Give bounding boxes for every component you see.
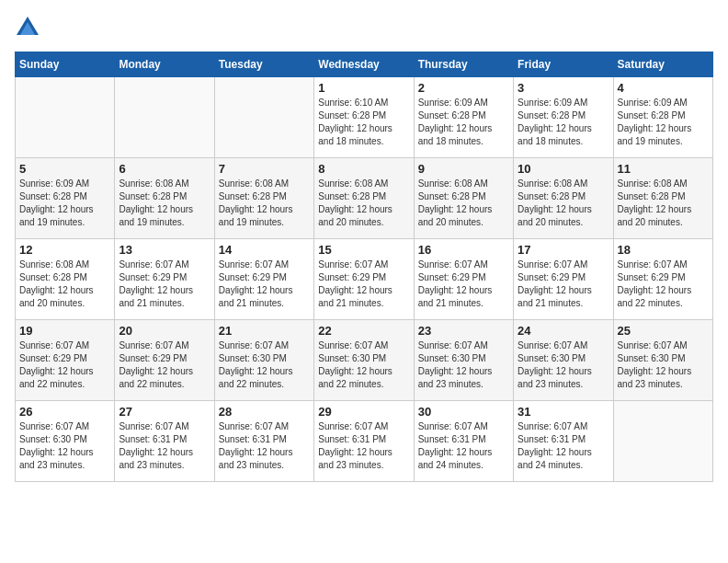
day-number: 14: [219, 243, 310, 257]
day-number: 23: [418, 324, 509, 338]
day-number: 17: [518, 243, 609, 257]
calendar-cell: 24Sunrise: 6:07 AM Sunset: 6:30 PM Dayli…: [514, 320, 613, 401]
calendar-cell: 28Sunrise: 6:07 AM Sunset: 6:31 PM Dayli…: [214, 401, 313, 482]
logo-icon: [15, 15, 40, 40]
calendar-cell: 9Sunrise: 6:08 AM Sunset: 6:28 PM Daylig…: [414, 158, 513, 239]
header-row: SundayMondayTuesdayWednesdayThursdayFrid…: [16, 52, 713, 77]
day-number: 4: [618, 81, 709, 95]
day-number: 12: [19, 243, 110, 257]
calendar-cell: 21Sunrise: 6:07 AM Sunset: 6:30 PM Dayli…: [214, 320, 313, 401]
cell-info: Sunrise: 6:08 AM Sunset: 6:28 PM Dayligh…: [219, 178, 310, 229]
day-number: 8: [318, 162, 409, 176]
day-number: 20: [119, 324, 210, 338]
calendar-cell: 25Sunrise: 6:07 AM Sunset: 6:30 PM Dayli…: [613, 320, 712, 401]
week-row-3: 12Sunrise: 6:08 AM Sunset: 6:28 PM Dayli…: [16, 239, 713, 320]
day-number: 13: [119, 243, 210, 257]
cell-info: Sunrise: 6:08 AM Sunset: 6:28 PM Dayligh…: [318, 178, 409, 229]
cell-info: Sunrise: 6:07 AM Sunset: 6:29 PM Dayligh…: [119, 339, 210, 391]
cell-info: Sunrise: 6:07 AM Sunset: 6:29 PM Dayligh…: [618, 259, 709, 310]
cell-info: Sunrise: 6:08 AM Sunset: 6:28 PM Dayligh…: [418, 178, 509, 229]
calendar-cell: 13Sunrise: 6:07 AM Sunset: 6:29 PM Dayli…: [115, 239, 214, 320]
header-day-wednesday: Wednesday: [314, 52, 414, 77]
calendar-cell: 4Sunrise: 6:09 AM Sunset: 6:28 PM Daylig…: [613, 77, 712, 158]
day-number: 7: [219, 162, 310, 176]
cell-info: Sunrise: 6:08 AM Sunset: 6:28 PM Dayligh…: [119, 178, 210, 229]
day-number: 30: [418, 405, 509, 419]
day-number: 19: [19, 324, 110, 338]
calendar-cell: 17Sunrise: 6:07 AM Sunset: 6:29 PM Dayli…: [514, 239, 613, 320]
page-header: [15, 15, 713, 40]
cell-info: Sunrise: 6:07 AM Sunset: 6:29 PM Dayligh…: [318, 259, 409, 310]
calendar-cell: 14Sunrise: 6:07 AM Sunset: 6:29 PM Dayli…: [214, 239, 313, 320]
cell-info: Sunrise: 6:07 AM Sunset: 6:30 PM Dayligh…: [518, 339, 609, 391]
calendar-cell: 27Sunrise: 6:07 AM Sunset: 6:31 PM Dayli…: [115, 401, 214, 482]
logo: [15, 15, 42, 40]
day-number: 16: [418, 243, 509, 257]
cell-info: Sunrise: 6:07 AM Sunset: 6:30 PM Dayligh…: [219, 339, 310, 391]
cell-info: Sunrise: 6:07 AM Sunset: 6:29 PM Dayligh…: [518, 259, 609, 310]
cell-info: Sunrise: 6:07 AM Sunset: 6:31 PM Dayligh…: [318, 420, 409, 472]
cell-info: Sunrise: 6:07 AM Sunset: 6:29 PM Dayligh…: [119, 259, 210, 310]
header-day-thursday: Thursday: [414, 52, 513, 77]
calendar-cell: 7Sunrise: 6:08 AM Sunset: 6:28 PM Daylig…: [214, 158, 313, 239]
cell-info: Sunrise: 6:09 AM Sunset: 6:28 PM Dayligh…: [618, 97, 709, 148]
cell-info: Sunrise: 6:07 AM Sunset: 6:29 PM Dayligh…: [19, 339, 110, 391]
cell-info: Sunrise: 6:07 AM Sunset: 6:29 PM Dayligh…: [219, 259, 310, 310]
day-number: 18: [618, 243, 709, 257]
cell-info: Sunrise: 6:07 AM Sunset: 6:31 PM Dayligh…: [219, 420, 310, 472]
cell-info: Sunrise: 6:08 AM Sunset: 6:28 PM Dayligh…: [618, 178, 709, 229]
calendar-cell: 23Sunrise: 6:07 AM Sunset: 6:30 PM Dayli…: [414, 320, 513, 401]
cell-info: Sunrise: 6:09 AM Sunset: 6:28 PM Dayligh…: [19, 178, 110, 229]
calendar-cell: 19Sunrise: 6:07 AM Sunset: 6:29 PM Dayli…: [16, 320, 115, 401]
calendar-cell: 29Sunrise: 6:07 AM Sunset: 6:31 PM Dayli…: [314, 401, 414, 482]
calendar-cell: 5Sunrise: 6:09 AM Sunset: 6:28 PM Daylig…: [16, 158, 115, 239]
calendar-cell: [115, 77, 214, 158]
header-day-tuesday: Tuesday: [214, 52, 313, 77]
calendar-table: SundayMondayTuesdayWednesdayThursdayFrid…: [15, 52, 713, 482]
day-number: 21: [219, 324, 310, 338]
day-number: 1: [318, 81, 409, 95]
day-number: 25: [618, 324, 709, 338]
calendar-cell: 6Sunrise: 6:08 AM Sunset: 6:28 PM Daylig…: [115, 158, 214, 239]
calendar-cell: 2Sunrise: 6:09 AM Sunset: 6:28 PM Daylig…: [414, 77, 513, 158]
calendar-cell: 3Sunrise: 6:09 AM Sunset: 6:28 PM Daylig…: [514, 77, 613, 158]
day-number: 26: [19, 405, 110, 419]
day-number: 9: [418, 162, 509, 176]
day-number: 5: [19, 162, 110, 176]
calendar-cell: 30Sunrise: 6:07 AM Sunset: 6:31 PM Dayli…: [414, 401, 513, 482]
calendar-cell: 20Sunrise: 6:07 AM Sunset: 6:29 PM Dayli…: [115, 320, 214, 401]
cell-info: Sunrise: 6:07 AM Sunset: 6:30 PM Dayligh…: [318, 339, 409, 391]
calendar-cell: 15Sunrise: 6:07 AM Sunset: 6:29 PM Dayli…: [314, 239, 414, 320]
cell-info: Sunrise: 6:07 AM Sunset: 6:30 PM Dayligh…: [418, 339, 509, 391]
week-row-5: 26Sunrise: 6:07 AM Sunset: 6:30 PM Dayli…: [16, 401, 713, 482]
day-number: 6: [119, 162, 210, 176]
calendar-cell: 1Sunrise: 6:10 AM Sunset: 6:28 PM Daylig…: [314, 77, 414, 158]
calendar-cell: 8Sunrise: 6:08 AM Sunset: 6:28 PM Daylig…: [314, 158, 414, 239]
cell-info: Sunrise: 6:09 AM Sunset: 6:28 PM Dayligh…: [518, 97, 609, 148]
cell-info: Sunrise: 6:07 AM Sunset: 6:30 PM Dayligh…: [19, 420, 110, 472]
calendar-cell: 12Sunrise: 6:08 AM Sunset: 6:28 PM Dayli…: [16, 239, 115, 320]
day-number: 2: [418, 81, 509, 95]
calendar-cell: 31Sunrise: 6:07 AM Sunset: 6:31 PM Dayli…: [514, 401, 613, 482]
week-row-4: 19Sunrise: 6:07 AM Sunset: 6:29 PM Dayli…: [16, 320, 713, 401]
cell-info: Sunrise: 6:07 AM Sunset: 6:31 PM Dayligh…: [119, 420, 210, 472]
cell-info: Sunrise: 6:09 AM Sunset: 6:28 PM Dayligh…: [418, 97, 509, 148]
day-number: 29: [318, 405, 409, 419]
calendar-cell: [613, 401, 712, 482]
cell-info: Sunrise: 6:07 AM Sunset: 6:29 PM Dayligh…: [418, 259, 509, 310]
day-number: 22: [318, 324, 409, 338]
cell-info: Sunrise: 6:07 AM Sunset: 6:31 PM Dayligh…: [418, 420, 509, 472]
header-day-friday: Friday: [514, 52, 613, 77]
day-number: 31: [518, 405, 609, 419]
day-number: 15: [318, 243, 409, 257]
header-day-sunday: Sunday: [16, 52, 115, 77]
calendar-cell: 11Sunrise: 6:08 AM Sunset: 6:28 PM Dayli…: [613, 158, 712, 239]
day-number: 28: [219, 405, 310, 419]
day-number: 27: [119, 405, 210, 419]
calendar-cell: [214, 77, 313, 158]
calendar-cell: 26Sunrise: 6:07 AM Sunset: 6:30 PM Dayli…: [16, 401, 115, 482]
cell-info: Sunrise: 6:07 AM Sunset: 6:31 PM Dayligh…: [518, 420, 609, 472]
week-row-1: 1Sunrise: 6:10 AM Sunset: 6:28 PM Daylig…: [16, 77, 713, 158]
cell-info: Sunrise: 6:07 AM Sunset: 6:30 PM Dayligh…: [618, 339, 709, 391]
calendar-cell: 16Sunrise: 6:07 AM Sunset: 6:29 PM Dayli…: [414, 239, 513, 320]
